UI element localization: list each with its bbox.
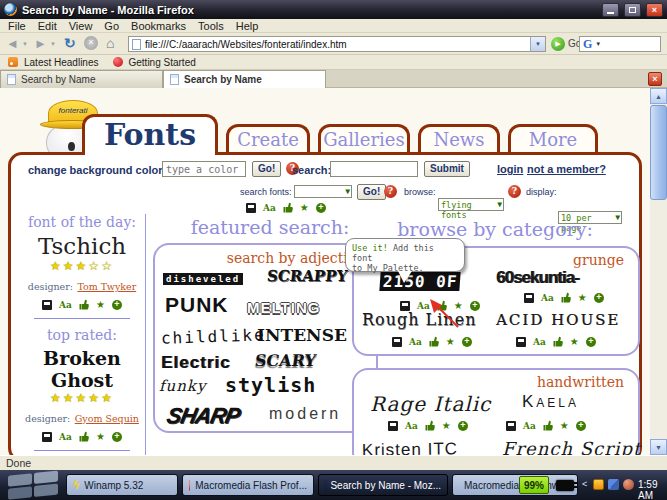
font-sample-kristen-itc[interactable]: Kristen ITC — [362, 439, 458, 455]
minimize-button[interactable] — [602, 3, 619, 17]
font-sample-kaela[interactable]: Kaela — [522, 392, 579, 412]
font-sample-modern[interactable]: modern — [269, 405, 341, 423]
font-sample-scary[interactable]: SCARY — [254, 351, 318, 370]
menu-bookmarks[interactable]: Bookmarks — [131, 20, 186, 32]
top-rated-sample[interactable]: Broken Ghost — [20, 347, 144, 391]
bg-go-button[interactable]: Go! — [252, 161, 281, 177]
tray-search-icon[interactable] — [623, 479, 634, 490]
star-icon[interactable]: ★ — [560, 421, 569, 431]
browser-tab-1[interactable]: Search by Name — [0, 70, 163, 88]
font-preview-icon[interactable]: Aa — [523, 421, 536, 431]
star-icon[interactable]: ★ — [96, 300, 105, 310]
save-icon[interactable] — [506, 421, 516, 431]
menu-view[interactable]: View — [69, 20, 93, 32]
add-icon[interactable]: + — [112, 432, 122, 442]
font-sample-electric[interactable]: Electric — [161, 353, 230, 373]
not-member-link[interactable]: not a member? — [527, 163, 606, 175]
thumbs-up-icon[interactable] — [561, 289, 571, 307]
start-button[interactable] — [8, 470, 60, 499]
browse-help-icon[interactable]: ? — [508, 185, 521, 198]
add-icon[interactable]: + — [594, 293, 604, 303]
font-preview-icon[interactable]: Aa — [541, 293, 554, 303]
submit-button[interactable]: Submit — [424, 161, 470, 177]
font-sample-intense[interactable]: INTENSE — [257, 325, 347, 345]
tray-network-icon[interactable] — [608, 479, 619, 490]
font-preview-icon[interactable]: Aa — [59, 300, 72, 310]
save-icon[interactable] — [392, 337, 402, 347]
google-search-box[interactable]: G ▼ — [579, 36, 661, 52]
font-sample-french-script[interactable]: French Script — [502, 438, 641, 455]
taskbar-button-flash[interactable]: Macromedia Flash Prof... — [182, 474, 314, 496]
save-icon[interactable] — [42, 300, 52, 310]
font-sample-disheveled[interactable]: disheveled — [163, 273, 243, 285]
scrollbar-thumb[interactable] — [650, 105, 667, 200]
scroll-up-icon[interactable]: ▲ — [650, 88, 667, 104]
site-search-input[interactable] — [330, 161, 418, 177]
thumbs-up-icon[interactable] — [283, 199, 293, 217]
close-button[interactable]: × — [646, 3, 663, 17]
back-dropdown-icon[interactable]: ▼ — [22, 41, 28, 47]
save-icon[interactable] — [388, 421, 398, 431]
menu-file[interactable]: File — [8, 20, 26, 32]
font-of-day-rating[interactable]: ★★★☆☆ — [20, 259, 144, 273]
font-sample-60sekuntia[interactable]: 60sekuntia- — [496, 268, 579, 288]
font-sample-punk[interactable]: PUNK — [165, 293, 229, 317]
font-sample-scrappy[interactable]: SCRAPPY — [266, 267, 348, 285]
taskbar-button-firefox[interactable]: Search by Name - Moz... — [318, 474, 448, 496]
top-rated-designer-link[interactable]: Gyom Sequin — [75, 413, 139, 424]
menu-help[interactable]: Help — [236, 20, 259, 32]
font-sample-stylish[interactable]: stylish — [225, 373, 316, 397]
thumbs-up-icon[interactable] — [425, 417, 435, 435]
browser-tab-2-active[interactable]: Search by Name — [163, 70, 326, 88]
stop-icon[interactable]: × — [84, 36, 98, 50]
thumbs-up-icon[interactable] — [543, 417, 553, 435]
menu-tools[interactable]: Tools — [198, 20, 224, 32]
save-icon[interactable] — [516, 337, 526, 347]
scroll-down-icon[interactable]: ▼ — [650, 439, 667, 455]
forward-dropdown-icon[interactable]: ▼ — [50, 41, 56, 47]
search-fonts-go-button[interactable]: Go! — [357, 184, 386, 200]
browse-select[interactable]: flying fonts ▼ — [438, 198, 504, 211]
save-icon[interactable] — [400, 301, 410, 311]
address-url[interactable]: file:///C:/aaarach/Websites/fonterati/in… — [145, 39, 347, 50]
star-icon[interactable]: ★ — [446, 337, 455, 347]
font-of-day-designer-link[interactable]: Tom Twyker — [77, 281, 136, 292]
site-tab-fonts[interactable]: Fonts — [82, 114, 218, 155]
font-preview-icon[interactable]: Aa — [409, 337, 422, 347]
address-bar[interactable]: file:///C:/aaarach/Websites/fonterati/in… — [128, 36, 546, 52]
search-fonts-select[interactable]: ▼ — [294, 185, 352, 198]
site-tab-create[interactable]: Create — [226, 124, 310, 155]
font-sample-acid-house[interactable]: ACID HOUSE — [496, 311, 620, 329]
site-tab-more[interactable]: More — [508, 124, 598, 155]
grunge-label[interactable]: grunge — [573, 252, 624, 268]
search-fonts-help-icon[interactable]: ? — [384, 185, 397, 198]
taskbar-button-winamp[interactable]: ϟ Winamp 5.32 — [66, 474, 178, 496]
tray-chevron-icon[interactable]: < — [582, 479, 587, 489]
menu-edit[interactable]: Edit — [38, 20, 57, 32]
font-preview-icon[interactable]: Aa — [263, 203, 276, 213]
star-icon[interactable]: ★ — [570, 337, 579, 347]
add-icon[interactable]: + — [112, 300, 122, 310]
tray-u3-icon[interactable] — [593, 479, 604, 490]
font-sample-sharp[interactable]: SHARP — [164, 403, 242, 429]
bg-color-input[interactable] — [162, 161, 246, 177]
star-icon[interactable]: ★ — [578, 293, 587, 303]
font-preview-icon[interactable]: Aa — [59, 432, 72, 442]
thumbs-up-icon[interactable] — [553, 333, 563, 351]
save-icon[interactable] — [524, 293, 534, 303]
font-sample-childlike[interactable]: childlike — [161, 325, 266, 348]
star-icon[interactable]: ★ — [442, 421, 451, 431]
google-dropdown-icon[interactable]: ▼ — [595, 41, 601, 47]
star-icon[interactable]: ★ — [300, 203, 309, 213]
add-icon[interactable]: + — [586, 337, 596, 347]
close-tab-icon[interactable]: × — [648, 72, 662, 86]
menu-go[interactable]: Go — [104, 20, 119, 32]
thumbs-up-icon[interactable] — [79, 428, 89, 446]
thumbs-up-icon[interactable] — [79, 296, 89, 314]
site-tab-galleries[interactable]: Galleries — [318, 124, 410, 155]
save-icon[interactable] — [246, 203, 256, 213]
home-icon[interactable]: ⌂ — [106, 35, 114, 51]
forward-icon[interactable]: ► — [34, 34, 47, 54]
go-icon[interactable]: ▶ — [551, 37, 565, 51]
add-icon[interactable]: + — [458, 421, 468, 431]
